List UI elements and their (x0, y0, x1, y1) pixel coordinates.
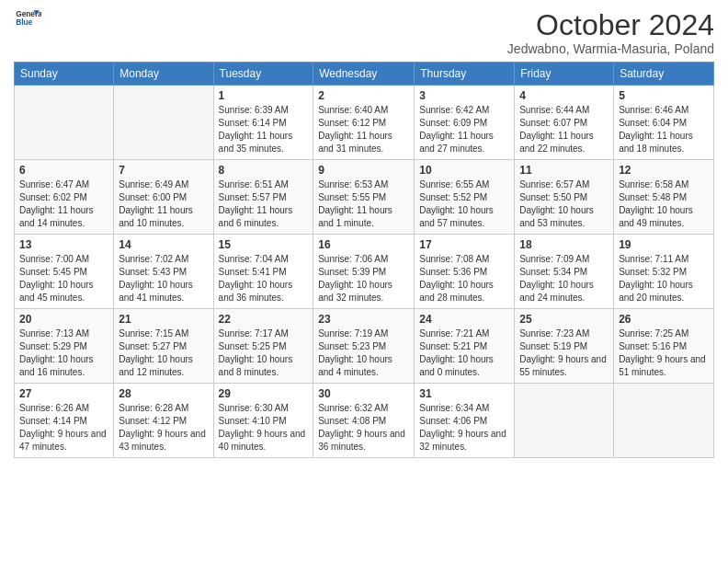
calendar-week-1: 1Sunrise: 6:39 AMSunset: 6:14 PMDaylight… (15, 86, 714, 160)
day-number: 4 (519, 89, 609, 102)
col-sunday: Sunday (15, 63, 114, 86)
logo: General Blue (14, 9, 41, 26)
calendar-week-5: 27Sunrise: 6:26 AMSunset: 4:14 PMDayligh… (15, 384, 714, 458)
day-number: 17 (419, 238, 509, 251)
day-detail: Sunrise: 7:04 AMSunset: 5:41 PMDaylight:… (219, 253, 309, 304)
title-block: October 2024 Jedwabno, Warmia-Masuria, P… (507, 9, 714, 56)
sunrise-text: Sunrise: 6:46 AM (619, 104, 709, 117)
table-row: 25Sunrise: 7:23 AMSunset: 5:19 PMDayligh… (515, 309, 614, 384)
daylight-text: Daylight: 9 hours and 32 minutes. (419, 428, 509, 454)
sunset-text: Sunset: 5:32 PM (619, 266, 709, 279)
sunrise-text: Sunrise: 7:15 AM (119, 327, 208, 340)
day-detail: Sunrise: 7:08 AMSunset: 5:36 PMDaylight:… (419, 253, 509, 304)
sunrise-text: Sunrise: 6:53 AM (318, 178, 409, 191)
day-number: 13 (19, 238, 108, 251)
table-row: 16Sunrise: 7:06 AMSunset: 5:39 PMDayligh… (313, 235, 415, 309)
day-detail: Sunrise: 6:42 AMSunset: 6:09 PMDaylight:… (419, 104, 509, 155)
day-detail: Sunrise: 7:17 AMSunset: 5:25 PMDaylight:… (219, 327, 309, 379)
sunset-text: Sunset: 6:09 PM (419, 117, 509, 130)
table-row: 13Sunrise: 7:00 AMSunset: 5:45 PMDayligh… (15, 235, 114, 309)
day-detail: Sunrise: 7:15 AMSunset: 5:27 PMDaylight:… (119, 327, 208, 379)
day-detail: Sunrise: 7:00 AMSunset: 5:45 PMDaylight:… (19, 253, 108, 304)
day-detail: Sunrise: 6:47 AMSunset: 6:02 PMDaylight:… (19, 178, 108, 230)
daylight-text: Daylight: 9 hours and 51 minutes. (619, 353, 709, 379)
day-detail: Sunrise: 6:44 AMSunset: 6:07 PMDaylight:… (519, 104, 609, 155)
sunset-text: Sunset: 5:16 PM (619, 340, 709, 353)
table-row: 22Sunrise: 7:17 AMSunset: 5:25 PMDayligh… (213, 309, 313, 384)
sunrise-text: Sunrise: 7:04 AM (219, 253, 309, 266)
daylight-text: Daylight: 10 hours and 20 minutes. (619, 279, 709, 304)
daylight-text: Daylight: 10 hours and 0 minutes. (419, 353, 509, 379)
day-number: 1 (219, 89, 309, 102)
sunset-text: Sunset: 5:27 PM (119, 340, 208, 353)
day-detail: Sunrise: 7:13 AMSunset: 5:29 PMDaylight:… (19, 327, 108, 379)
sunset-text: Sunset: 5:23 PM (318, 340, 409, 353)
sunrise-text: Sunrise: 7:21 AM (419, 327, 509, 340)
day-number: 24 (419, 313, 509, 326)
day-detail: Sunrise: 7:06 AMSunset: 5:39 PMDaylight:… (318, 253, 409, 304)
sunrise-text: Sunrise: 6:30 AM (219, 402, 309, 415)
table-row: 26Sunrise: 7:25 AMSunset: 5:16 PMDayligh… (614, 309, 714, 384)
day-number: 5 (619, 89, 709, 102)
day-detail: Sunrise: 6:26 AMSunset: 4:14 PMDaylight:… (19, 402, 108, 454)
col-saturday: Saturday (614, 63, 714, 86)
table-row: 7Sunrise: 6:49 AMSunset: 6:00 PMDaylight… (114, 160, 213, 235)
table-row: 3Sunrise: 6:42 AMSunset: 6:09 PMDaylight… (415, 86, 515, 160)
daylight-text: Daylight: 10 hours and 4 minutes. (318, 353, 409, 379)
sunrise-text: Sunrise: 6:40 AM (318, 104, 409, 117)
daylight-text: Daylight: 11 hours and 35 minutes. (219, 130, 309, 155)
daylight-text: Daylight: 10 hours and 41 minutes. (119, 279, 208, 304)
day-number: 7 (119, 164, 208, 177)
sunset-text: Sunset: 5:57 PM (219, 191, 309, 204)
sunrise-text: Sunrise: 7:13 AM (19, 327, 108, 340)
sunrise-text: Sunrise: 6:26 AM (19, 402, 108, 415)
calendar-week-4: 20Sunrise: 7:13 AMSunset: 5:29 PMDayligh… (15, 309, 714, 384)
page-subtitle: Jedwabno, Warmia-Masuria, Poland (507, 41, 714, 56)
table-row: 21Sunrise: 7:15 AMSunset: 5:27 PMDayligh… (114, 309, 213, 384)
sunrise-text: Sunrise: 6:39 AM (219, 104, 309, 117)
day-detail: Sunrise: 6:32 AMSunset: 4:08 PMDaylight:… (318, 402, 409, 454)
table-row: 10Sunrise: 6:55 AMSunset: 5:52 PMDayligh… (415, 160, 515, 235)
table-row: 27Sunrise: 6:26 AMSunset: 4:14 PMDayligh… (15, 384, 114, 458)
daylight-text: Daylight: 11 hours and 14 minutes. (19, 204, 108, 230)
sunset-text: Sunset: 5:36 PM (419, 266, 509, 279)
table-row: 12Sunrise: 6:58 AMSunset: 5:48 PMDayligh… (614, 160, 714, 235)
daylight-text: Daylight: 11 hours and 27 minutes. (419, 130, 509, 155)
table-row: 24Sunrise: 7:21 AMSunset: 5:21 PMDayligh… (415, 309, 515, 384)
sunset-text: Sunset: 6:14 PM (219, 117, 309, 130)
daylight-text: Daylight: 10 hours and 16 minutes. (19, 353, 108, 379)
table-row: 14Sunrise: 7:02 AMSunset: 5:43 PMDayligh… (114, 235, 213, 309)
daylight-text: Daylight: 11 hours and 6 minutes. (219, 204, 309, 230)
sunrise-text: Sunrise: 6:44 AM (519, 104, 609, 117)
daylight-text: Daylight: 9 hours and 43 minutes. (119, 428, 208, 454)
sunset-text: Sunset: 5:21 PM (419, 340, 509, 353)
sunrise-text: Sunrise: 7:06 AM (318, 253, 409, 266)
sunset-text: Sunset: 5:43 PM (119, 266, 208, 279)
day-detail: Sunrise: 6:30 AMSunset: 4:10 PMDaylight:… (219, 402, 309, 454)
sunrise-text: Sunrise: 6:32 AM (318, 402, 409, 415)
sunset-text: Sunset: 5:45 PM (19, 266, 108, 279)
day-number: 27 (19, 387, 108, 400)
sunrise-text: Sunrise: 6:51 AM (219, 178, 309, 191)
daylight-text: Daylight: 10 hours and 49 minutes. (619, 204, 709, 230)
sunrise-text: Sunrise: 6:28 AM (119, 402, 208, 415)
table-row (515, 384, 614, 458)
sunset-text: Sunset: 4:14 PM (19, 415, 108, 428)
table-row (15, 86, 114, 160)
sunrise-text: Sunrise: 7:25 AM (619, 327, 709, 340)
calendar-table: Sunday Monday Tuesday Wednesday Thursday… (14, 62, 714, 458)
day-number: 20 (19, 313, 108, 326)
col-wednesday: Wednesday (313, 63, 415, 86)
table-row: 4Sunrise: 6:44 AMSunset: 6:07 PMDaylight… (515, 86, 614, 160)
day-detail: Sunrise: 7:09 AMSunset: 5:34 PMDaylight:… (519, 253, 609, 304)
page: General Blue October 2024 Jedwabno, Warm… (0, 0, 728, 563)
day-number: 30 (318, 387, 409, 400)
sunset-text: Sunset: 6:12 PM (318, 117, 409, 130)
sunset-text: Sunset: 5:48 PM (619, 191, 709, 204)
day-number: 15 (219, 238, 309, 251)
sunset-text: Sunset: 5:41 PM (219, 266, 309, 279)
table-row: 28Sunrise: 6:28 AMSunset: 4:12 PMDayligh… (114, 384, 213, 458)
daylight-text: Daylight: 9 hours and 55 minutes. (519, 353, 609, 379)
day-detail: Sunrise: 7:19 AMSunset: 5:23 PMDaylight:… (318, 327, 409, 379)
sunset-text: Sunset: 5:34 PM (519, 266, 609, 279)
